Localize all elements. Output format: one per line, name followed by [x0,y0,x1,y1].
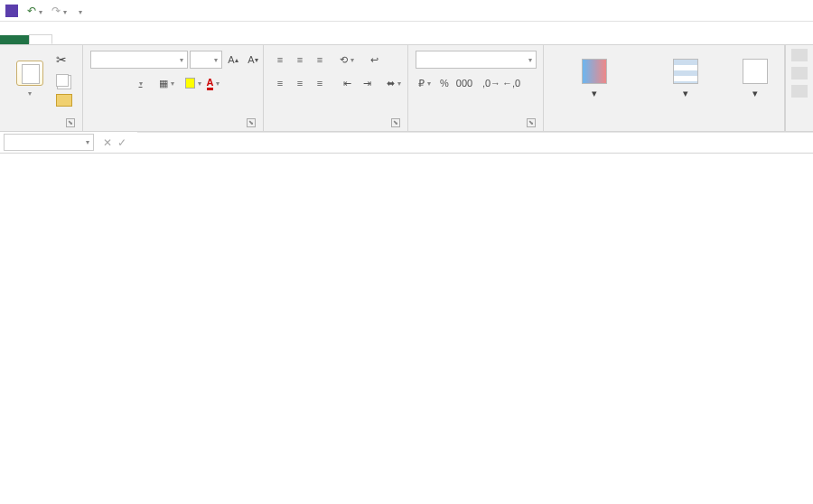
conditional-formatting-button[interactable]: ▾ [551,49,638,108]
fill-color-button[interactable] [184,74,202,92]
format-painter-icon[interactable] [56,94,72,107]
accounting-format-icon[interactable]: ₽ [416,74,434,92]
ribbon: ▾ ✂ ⬊ A▴ A▾ ▦ [0,45,813,132]
tab-abbyy[interactable] [204,36,226,44]
format-as-table-button[interactable]: ▾ [645,49,726,108]
align-left-icon[interactable]: ≡ [271,74,289,92]
undo-button[interactable]: ↶ [27,5,42,17]
wrap-text-icon[interactable]: ↩ [365,51,383,69]
percent-format-icon[interactable]: % [435,74,453,92]
clipboard-launcher[interactable]: ⬊ [66,118,75,127]
align-bottom-icon[interactable]: ≡ [311,51,329,69]
number-format-select[interactable] [416,51,537,69]
tab-developer[interactable] [182,36,204,44]
extra-icon-1[interactable] [791,49,808,61]
cut-icon[interactable]: ✂ [56,52,72,67]
tab-review[interactable] [139,36,161,44]
save-icon[interactable] [5,5,18,17]
decrease-indent-icon[interactable]: ⇤ [338,74,356,92]
enter-formula-icon[interactable]: ✓ [117,136,126,149]
name-box[interactable]: ▾ [4,134,94,151]
increase-decimal-icon[interactable]: ,0→ [482,74,500,92]
cell-styles-icon [743,59,768,84]
decrease-decimal-icon[interactable]: ←,0 [502,74,520,92]
font-size-select[interactable] [190,51,222,69]
extra-icon-3[interactable] [791,85,808,98]
paste-button[interactable]: ▾ [7,49,52,108]
cond-format-icon [582,59,607,84]
align-top-icon[interactable]: ≡ [271,51,289,69]
increase-indent-icon[interactable]: ⇥ [358,74,376,92]
increase-font-icon[interactable]: A▴ [224,51,242,69]
align-right-icon[interactable]: ≡ [311,74,329,92]
number-launcher[interactable]: ⬊ [527,118,536,127]
align-launcher[interactable]: ⬊ [391,118,400,127]
tab-insert[interactable] [52,36,74,44]
align-center-icon[interactable]: ≡ [291,74,309,92]
cell-styles-button[interactable]: ▾ [734,49,777,108]
underline-button[interactable] [130,74,148,92]
redo-button: ↷ [51,5,67,17]
tab-view[interactable] [161,36,182,44]
formula-bar: ▾ ✕ ✓ [0,132,813,154]
decrease-font-icon[interactable]: A▾ [244,51,262,69]
bold-button[interactable] [90,74,108,92]
font-launcher[interactable]: ⬊ [247,118,256,127]
tab-home[interactable] [29,34,52,44]
formula-input[interactable] [137,132,813,153]
tab-data[interactable] [117,36,139,44]
collapsed-groups [785,45,813,131]
tab-pagelayout[interactable] [74,36,96,44]
border-button[interactable]: ▦ [157,74,175,92]
font-name-select[interactable] [90,51,188,69]
tab-file[interactable] [0,35,29,44]
paste-icon [16,61,43,86]
orientation-icon[interactable]: ⟲ [338,51,356,69]
italic-button[interactable] [110,74,128,92]
copy-icon[interactable] [56,74,69,87]
tab-formulas[interactable] [96,36,117,44]
cancel-formula-icon[interactable]: ✕ [103,136,112,149]
comma-format-icon[interactable]: 000 [455,74,473,92]
quick-access-toolbar: ↶ ↷ [0,0,813,22]
font-color-button[interactable]: A [204,74,222,92]
merge-button[interactable]: ⬌ [385,74,403,92]
qat-customize[interactable] [76,5,82,17]
table-format-icon [673,59,698,84]
extra-icon-2[interactable] [791,67,808,79]
ribbon-tabs [0,22,813,45]
align-middle-icon[interactable]: ≡ [291,51,309,69]
